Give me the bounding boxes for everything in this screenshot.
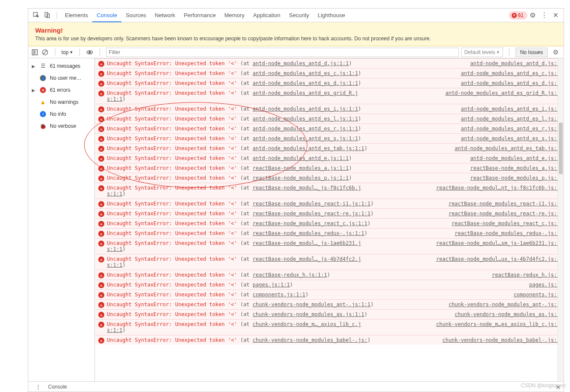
- svg-line-6: [43, 51, 47, 54]
- close-icon[interactable]: ✕: [550, 9, 561, 21]
- sidebar-item-errors[interactable]: ▶✕61 errors: [28, 84, 94, 96]
- kebab-icon[interactable]: ⋮: [538, 9, 550, 21]
- source-link[interactable]: reactBase-node_modules_react-re.js:1: [449, 211, 560, 217]
- tab-performance[interactable]: Performance: [179, 9, 220, 21]
- error-count: 61: [518, 12, 524, 18]
- console-error-row[interactable]: ✕Uncaught SyntaxError: Unexpected token …: [95, 270, 564, 280]
- tab-sources[interactable]: Sources: [121, 9, 151, 21]
- console-error-row[interactable]: ✕Uncaught SyntaxError: Unexpected token …: [95, 289, 564, 299]
- source-link[interactable]: reactBase-node_modules_a.js:1: [470, 165, 560, 171]
- console-error-row[interactable]: ✕Uncaught SyntaxError: Unexpected token …: [95, 238, 564, 254]
- console-error-row[interactable]: ✕Uncaught SyntaxError: Unexpected token …: [95, 309, 564, 319]
- console-error-row[interactable]: ✕Uncaught SyntaxError: Unexpected token …: [95, 183, 564, 199]
- source-link[interactable]: reactBase-node_modules_p.js:1: [470, 175, 560, 181]
- console-error-row[interactable]: ✕Uncaught SyntaxError: Unexpected token …: [95, 208, 564, 218]
- source-link[interactable]: antd-node_modules_antd_es_c.js:1: [461, 70, 560, 76]
- source-link[interactable]: reactBase-node_modules_redux-.js:1: [455, 230, 560, 236]
- console-error-row[interactable]: ✕Uncaught SyntaxError: Unexpected token …: [95, 299, 564, 309]
- device-icon[interactable]: [44, 12, 52, 19]
- source-link[interactable]: reactBase-node_modules_react-i1.js:1: [449, 201, 560, 207]
- tab-application[interactable]: Application: [249, 9, 285, 21]
- sidebar-item-user[interactable]: 👤No user me…: [28, 72, 94, 84]
- source-link[interactable]: antd-node_modules_antd_es_i.js:1: [461, 106, 560, 112]
- issues-button[interactable]: No Issues: [515, 48, 548, 57]
- inspect-icon[interactable]: [33, 12, 40, 19]
- console-error-row[interactable]: ✕Uncaught SyntaxError: Unexpected token …: [95, 218, 564, 228]
- console-error-row[interactable]: ✕Uncaught SyntaxError: Unexpected token …: [95, 163, 564, 173]
- source-link[interactable]: reactBase-node_modul…nt_js-f8c1fc6b.js:1: [436, 185, 560, 191]
- error-icon: ✕: [98, 241, 104, 247]
- eye-icon[interactable]: [86, 48, 94, 56]
- console-error-row[interactable]: ✕Uncaught SyntaxError: Unexpected token …: [95, 88, 564, 104]
- scrollbar-thumb[interactable]: [559, 123, 563, 174]
- source-link[interactable]: chunk-vendors-node_modules_as.js:1: [455, 311, 560, 317]
- tab-lighthouse[interactable]: Lighthouse: [313, 9, 349, 21]
- console-error-row[interactable]: ✕Uncaught SyntaxError: Unexpected token …: [95, 319, 564, 335]
- sidebar-item-info[interactable]: iNo info: [28, 108, 94, 120]
- console-error-row[interactable]: ✕Uncaught SyntaxError: Unexpected token …: [95, 335, 564, 345]
- scrollbar[interactable]: [558, 58, 564, 392]
- source-link[interactable]: reactBase-node_modul…ux_js-4b7d4fc2.js:1: [436, 256, 560, 262]
- source-link[interactable]: chunk-vendors-node_m…es_axios_lib_c.js:1: [436, 321, 560, 327]
- error-icon: ✕: [98, 292, 104, 298]
- clear-console-icon[interactable]: [41, 48, 49, 56]
- drawer-tab-console[interactable]: Console: [48, 384, 67, 390]
- error-icon: ✕: [98, 71, 104, 77]
- source-link[interactable]: antd-node_modules_antd_es_s.js:1: [461, 136, 560, 142]
- filter-input[interactable]: [106, 48, 459, 57]
- tab-security[interactable]: Security: [285, 9, 313, 21]
- levels-selector[interactable]: Default levels ▼: [461, 48, 503, 57]
- error-icon: ✕: [98, 282, 104, 288]
- source-link[interactable]: antd-node_modules_antd_es_tab.js:1: [455, 145, 560, 151]
- console-error-row[interactable]: ✕Uncaught SyntaxError: Unexpected token …: [95, 173, 564, 183]
- error-icon: ✕: [98, 146, 104, 152]
- console-error-row[interactable]: ✕Uncaught SyntaxError: Unexpected token …: [95, 58, 564, 68]
- console-log-area[interactable]: ✕Uncaught SyntaxError: Unexpected token …: [95, 58, 564, 392]
- console-toolbar: top ▼ Default levels ▼ No Issues ⚙: [28, 46, 564, 58]
- source-link[interactable]: reactBase-redux_h.js:1: [492, 272, 560, 278]
- console-error-row[interactable]: ✕Uncaught SyntaxError: Unexpected token …: [95, 254, 564, 270]
- error-icon: ✕: [98, 221, 104, 227]
- error-count-pill[interactable]: ✕61: [509, 12, 527, 19]
- console-error-row[interactable]: ✕Uncaught SyntaxError: Unexpected token …: [95, 68, 564, 78]
- drawer-kebab-icon[interactable]: ⋮: [33, 382, 44, 392]
- console-error-row[interactable]: ✕Uncaught SyntaxError: Unexpected token …: [95, 143, 564, 153]
- console-error-row[interactable]: ✕Uncaught SyntaxError: Unexpected token …: [95, 228, 564, 238]
- source-link[interactable]: reactBase-node_modules_react_c.js:1: [452, 220, 560, 226]
- sidebar-item-warnings[interactable]: ▲No warnings: [28, 96, 94, 108]
- sidebar-item-messages[interactable]: ▶☰61 messages: [28, 60, 94, 72]
- source-link[interactable]: antd-node_modules_antd_es_grid_R.js:1: [446, 90, 560, 96]
- console-error-row[interactable]: ✕Uncaught SyntaxError: Unexpected token …: [95, 114, 564, 124]
- sidebar-item-verbose[interactable]: 🐞No verbose: [28, 120, 94, 132]
- error-icon: ✕: [98, 90, 104, 96]
- gear-icon[interactable]: ⚙: [527, 9, 538, 21]
- source-link[interactable]: antd-node_modules_antd_es_r.js:1: [461, 126, 560, 132]
- source-link[interactable]: pages.js:1: [529, 282, 560, 288]
- context-selector[interactable]: top ▼: [61, 49, 73, 55]
- console-error-row[interactable]: ✕Uncaught SyntaxError: Unexpected token …: [95, 133, 564, 143]
- tab-memory[interactable]: Memory: [220, 9, 249, 21]
- devtools-panel: ElementsConsoleSourcesNetworkPerformance…: [28, 8, 564, 392]
- sidebar-toggle-icon[interactable]: [31, 48, 39, 56]
- devtools-tabbar: ElementsConsoleSourcesNetworkPerformance…: [28, 9, 564, 22]
- source-link[interactable]: antd-node_modules_antd_es_d.js:1: [461, 80, 560, 86]
- console-settings-icon[interactable]: ⚙: [550, 47, 561, 58]
- source-link[interactable]: antd-node_modules_antd_e.js:1: [470, 155, 560, 161]
- source-link[interactable]: antd-node_modules_antd_es_l.js:1: [461, 116, 560, 122]
- console-error-row[interactable]: ✕Uncaught SyntaxError: Unexpected token …: [95, 78, 564, 88]
- console-error-row[interactable]: ✕Uncaught SyntaxError: Unexpected token …: [95, 124, 564, 133]
- source-link[interactable]: antd-node_modules_antd_d.js:1: [470, 60, 560, 66]
- tab-elements[interactable]: Elements: [61, 9, 92, 21]
- error-icon: ✕: [98, 166, 104, 172]
- tab-network[interactable]: Network: [151, 9, 180, 21]
- console-error-row[interactable]: ✕Uncaught SyntaxError: Unexpected token …: [95, 153, 564, 163]
- source-link[interactable]: chunk-vendors-node_modules_babel-.js:1: [442, 337, 560, 343]
- source-link[interactable]: components.js:1: [514, 292, 560, 298]
- tab-console[interactable]: Console: [92, 9, 121, 22]
- source-link[interactable]: chunk-vendors-node_modules_ant-.js:1: [449, 302, 560, 308]
- error-icon: ✕: [98, 322, 104, 328]
- source-link[interactable]: reactBase-node_modul…sm_js-1ae6b231.js:1: [436, 240, 560, 246]
- console-error-row[interactable]: ✕Uncaught SyntaxError: Unexpected token …: [95, 199, 564, 208]
- console-error-row[interactable]: ✕Uncaught SyntaxError: Unexpected token …: [95, 104, 564, 114]
- console-error-row[interactable]: ✕Uncaught SyntaxError: Unexpected token …: [95, 280, 564, 289]
